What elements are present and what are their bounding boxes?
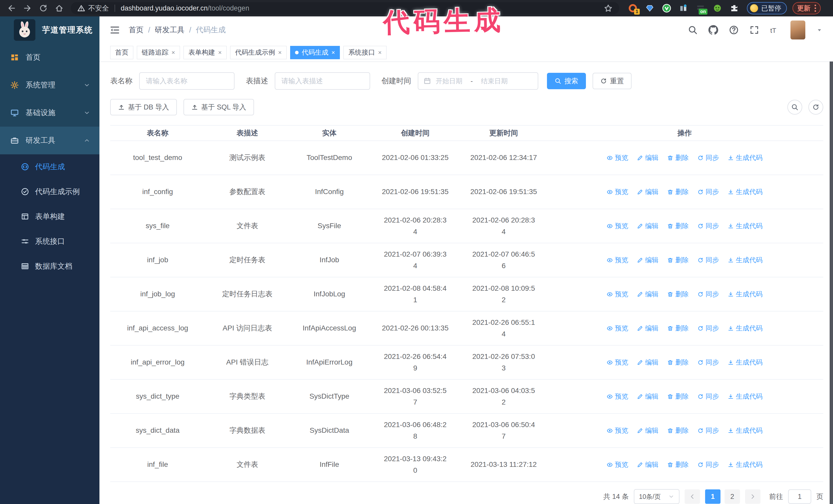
prev-page-button[interactable] xyxy=(685,489,700,504)
next-page-button[interactable] xyxy=(745,489,760,504)
action-delete-link[interactable]: 删除 xyxy=(667,459,689,470)
action-edit-link[interactable]: 编辑 xyxy=(637,357,659,368)
extensions-puzzle-icon[interactable] xyxy=(730,3,739,13)
action-delete-link[interactable]: 删除 xyxy=(667,391,689,402)
action-eye-link[interactable]: 预览 xyxy=(607,459,628,470)
help-icon[interactable] xyxy=(729,25,739,35)
action-delete-link[interactable]: 删除 xyxy=(667,425,689,436)
submenu-item-example[interactable]: 代码生成示例 xyxy=(0,179,99,204)
tab-close-icon[interactable]: × xyxy=(171,49,175,56)
reset-button[interactable]: 重置 xyxy=(593,73,632,89)
action-sync-link[interactable]: 同步 xyxy=(697,255,719,266)
action-download-link[interactable]: 生成代码 xyxy=(728,187,763,197)
tab-代码生成示例[interactable]: 代码生成示例× xyxy=(230,46,287,59)
action-delete-link[interactable]: 删除 xyxy=(667,221,689,232)
goto-page-input[interactable] xyxy=(788,489,811,504)
action-sync-link[interactable]: 同步 xyxy=(697,152,719,163)
tab-代码生成[interactable]: 代码生成× xyxy=(290,46,340,59)
action-eye-link[interactable]: 预览 xyxy=(607,221,628,232)
table-desc-input[interactable] xyxy=(275,72,370,90)
action-eye-link[interactable]: 预览 xyxy=(607,357,628,368)
browser-menu-kebab-icon[interactable] xyxy=(814,5,816,12)
tab-系统接口[interactable]: 系统接口× xyxy=(343,46,386,59)
sidebar-item-dashboard[interactable]: 首页 xyxy=(0,44,99,71)
user-avatar[interactable] xyxy=(790,21,805,40)
action-edit-link[interactable]: 编辑 xyxy=(637,187,659,197)
tab-close-icon[interactable]: × xyxy=(278,49,282,56)
db-import-button[interactable]: 基于 DB 导入 xyxy=(110,99,177,115)
extension-orange-ring-icon[interactable]: 1 xyxy=(628,3,638,13)
browser-reload-icon[interactable] xyxy=(38,2,49,14)
action-sync-link[interactable]: 同步 xyxy=(697,357,719,368)
tab-close-icon[interactable]: × xyxy=(218,49,222,56)
submenu-item-code[interactable]: 代码生成 xyxy=(0,154,99,179)
sidebar-item-gear[interactable]: 系统管理 xyxy=(0,71,99,99)
date-range-picker[interactable]: 开始日期 - 结束日期 xyxy=(418,72,538,90)
paused-chip[interactable]: 已暂停 xyxy=(747,2,787,14)
extension-shield-icon[interactable] xyxy=(662,3,671,13)
page-size-select[interactable]: 10条/页 xyxy=(634,489,680,504)
submenu-item-dbdoc[interactable]: 数据库文档 xyxy=(0,254,99,279)
browser-home-icon[interactable] xyxy=(53,2,65,14)
fullscreen-icon[interactable] xyxy=(749,25,759,35)
action-sync-link[interactable]: 同步 xyxy=(697,391,719,402)
submenu-item-api[interactable]: 系统接口 xyxy=(0,229,99,254)
breadcrumb-tools[interactable]: 研发工具 xyxy=(155,25,185,35)
tab-close-icon[interactable]: × xyxy=(378,49,382,56)
action-download-link[interactable]: 生成代码 xyxy=(728,391,763,402)
action-download-link[interactable]: 生成代码 xyxy=(728,152,763,163)
table-name-input[interactable] xyxy=(139,72,235,90)
action-eye-link[interactable]: 预览 xyxy=(607,152,628,163)
action-delete-link[interactable]: 删除 xyxy=(667,152,689,163)
avatar-caret-icon[interactable] xyxy=(816,27,823,33)
action-eye-link[interactable]: 预览 xyxy=(607,425,628,436)
toggle-search-icon[interactable] xyxy=(787,100,802,115)
action-eye-link[interactable]: 预览 xyxy=(607,323,628,334)
browser-back-icon[interactable] xyxy=(6,2,18,14)
tab-表单构建[interactable]: 表单构建× xyxy=(184,46,227,59)
action-download-link[interactable]: 生成代码 xyxy=(728,459,763,470)
extension-proxy-icon[interactable]: on xyxy=(696,3,705,13)
extension-gem-icon[interactable] xyxy=(645,3,654,13)
submenu-item-form[interactable]: 表单构建 xyxy=(0,204,99,229)
tab-首页[interactable]: 首页 xyxy=(110,46,133,59)
refresh-table-icon[interactable] xyxy=(808,100,823,115)
action-eye-link[interactable]: 预览 xyxy=(607,255,628,266)
action-delete-link[interactable]: 删除 xyxy=(667,187,689,197)
action-download-link[interactable]: 生成代码 xyxy=(728,289,763,300)
browser-forward-icon[interactable] xyxy=(22,2,33,14)
search-icon[interactable] xyxy=(688,25,698,35)
action-download-link[interactable]: 生成代码 xyxy=(728,255,763,266)
action-sync-link[interactable]: 同步 xyxy=(697,425,719,436)
action-sync-link[interactable]: 同步 xyxy=(697,323,719,334)
address-bar[interactable]: 不安全 dashboard.yudao.iocoder.cn/tool/code… xyxy=(71,2,619,14)
action-sync-link[interactable]: 同步 xyxy=(697,289,719,300)
sidebar-item-infra[interactable]: 基础设施 xyxy=(0,99,99,127)
action-edit-link[interactable]: 编辑 xyxy=(637,323,659,334)
tab-close-icon[interactable]: × xyxy=(331,49,335,56)
sql-import-button[interactable]: 基于 SQL 导入 xyxy=(184,99,254,115)
action-download-link[interactable]: 生成代码 xyxy=(728,323,763,334)
action-sync-link[interactable]: 同步 xyxy=(697,187,719,197)
action-download-link[interactable]: 生成代码 xyxy=(728,425,763,436)
action-edit-link[interactable]: 编辑 xyxy=(637,391,659,402)
action-edit-link[interactable]: 编辑 xyxy=(637,459,659,470)
action-sync-link[interactable]: 同步 xyxy=(697,221,719,232)
action-download-link[interactable]: 生成代码 xyxy=(728,221,763,232)
bookmark-star-icon[interactable] xyxy=(604,4,613,13)
sidebar-item-tools[interactable]: 研发工具 xyxy=(0,127,99,154)
browser-update-button[interactable]: 更新 xyxy=(792,2,821,14)
action-delete-link[interactable]: 删除 xyxy=(667,289,689,300)
action-edit-link[interactable]: 编辑 xyxy=(637,152,659,163)
action-download-link[interactable]: 生成代码 xyxy=(728,357,763,368)
action-eye-link[interactable]: 预览 xyxy=(607,391,628,402)
breadcrumb-home[interactable]: 首页 xyxy=(129,25,144,35)
action-eye-link[interactable]: 预览 xyxy=(607,289,628,300)
hamburger-icon[interactable] xyxy=(110,25,120,35)
page-button-1[interactable]: 1 xyxy=(705,489,720,504)
extension-monkey-icon[interactable] xyxy=(713,3,722,13)
scrollbar[interactable] xyxy=(830,62,833,504)
action-delete-link[interactable]: 删除 xyxy=(667,357,689,368)
tab-链路追踪[interactable]: 链路追踪× xyxy=(137,46,180,59)
action-edit-link[interactable]: 编辑 xyxy=(637,221,659,232)
